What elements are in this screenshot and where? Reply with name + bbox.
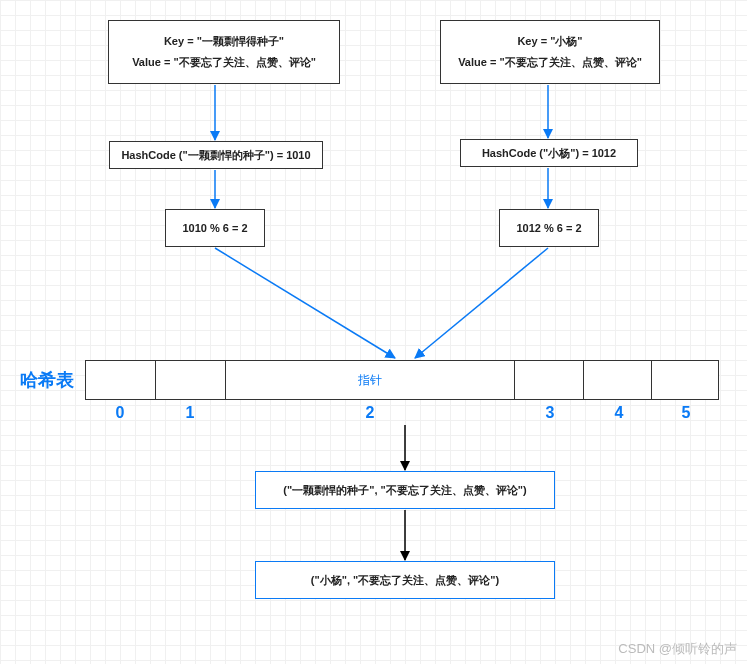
hash-cell-3 [515,361,585,399]
hash-cell-5 [652,361,718,399]
hash-cell-1 [156,361,226,399]
hash-table: 指针 0 1 2 3 4 5 [85,360,719,422]
hash-table-label: 哈希表 [20,368,74,392]
hash-cell-2: 指针 [226,361,515,399]
index-5: 5 [653,404,719,422]
hash-cell-0 [86,361,156,399]
index-0: 0 [85,404,155,422]
left-key-line: Key = "一颗剽悍得种子" [164,34,284,49]
index-3: 3 [515,404,585,422]
right-mod-text: 1012 % 6 = 2 [516,222,581,234]
pointer-label: 指针 [358,372,382,389]
right-hashcode-text: HashCode ("小杨") = 1012 [482,146,616,161]
right-kv-box: Key = "小杨" Value = "不要忘了关注、点赞、评论" [440,20,660,84]
left-hashcode-text: HashCode ("一颗剽悍的种子") = 1010 [121,148,310,163]
hash-cell-4 [584,361,652,399]
left-value-line: Value = "不要忘了关注、点赞、评论" [132,55,316,70]
left-mod-text: 1010 % 6 = 2 [182,222,247,234]
result-second: ("小杨", "不要忘了关注、点赞、评论") [255,561,555,599]
left-hashcode-box: HashCode ("一颗剽悍的种子") = 1010 [109,141,323,169]
right-mod-box: 1012 % 6 = 2 [499,209,599,247]
right-hashcode-box: HashCode ("小杨") = 1012 [460,139,638,167]
right-value-line: Value = "不要忘了关注、点赞、评论" [458,55,642,70]
right-key-line: Key = "小杨" [517,34,582,49]
index-4: 4 [585,404,653,422]
result-first: ("一颗剽悍的种子", "不要忘了关注、点赞、评论") [255,471,555,509]
left-kv-box: Key = "一颗剽悍得种子" Value = "不要忘了关注、点赞、评论" [108,20,340,84]
index-1: 1 [155,404,225,422]
result-second-text: ("小杨", "不要忘了关注、点赞、评论") [311,573,499,588]
watermark: CSDN @倾听铃的声 [618,640,737,658]
result-first-text: ("一颗剽悍的种子", "不要忘了关注、点赞、评论") [283,483,526,498]
index-2: 2 [225,404,515,422]
left-mod-box: 1010 % 6 = 2 [165,209,265,247]
